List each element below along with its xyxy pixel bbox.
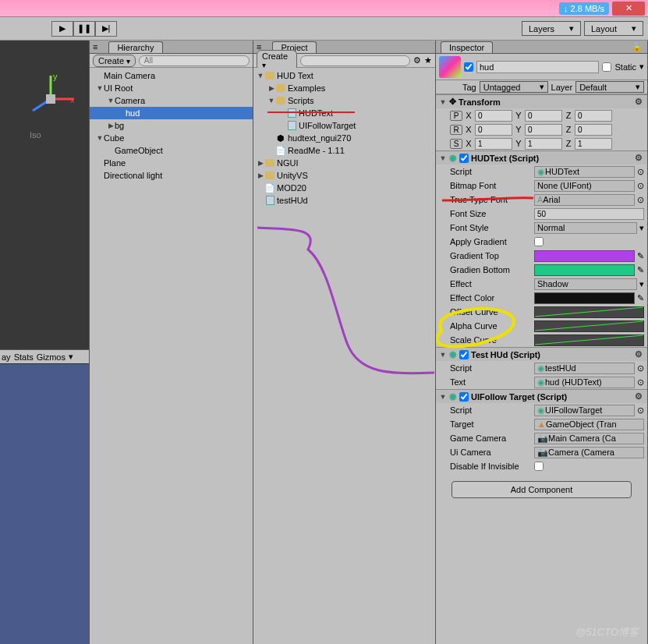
object-picker-icon[interactable]: ⊙ (637, 363, 644, 373)
layer-dropdown[interactable]: Default▾ (575, 81, 644, 93)
pause-button[interactable]: ❚❚ (73, 21, 95, 37)
pos-x[interactable] (475, 110, 512, 122)
hierarchy-tree[interactable]: Main Camera▼UI Root▼Camerahud▶bg▼CubeGam… (90, 68, 253, 644)
play-button[interactable]: ▶ (51, 21, 73, 37)
inspector-tab[interactable]: Inspector (441, 41, 493, 53)
enabled-checkbox[interactable] (459, 350, 469, 359)
rot-y[interactable] (525, 124, 562, 136)
project-item[interactable]: UIFollowTarget (253, 119, 435, 132)
project-item[interactable]: ▼Scripts (253, 94, 435, 107)
script-field[interactable]: ◉testHUd (534, 363, 635, 374)
enabled-checkbox[interactable] (459, 154, 469, 163)
effect-dropdown[interactable]: Shadow (534, 278, 637, 290)
project-item[interactable]: testHUd (253, 194, 435, 207)
foldout-icon[interactable]: ▼ (439, 351, 447, 359)
pos-y[interactable] (525, 110, 562, 122)
project-item[interactable]: HUDText (253, 107, 435, 119)
apply-gradient-checkbox[interactable] (534, 237, 544, 246)
rot-z[interactable] (575, 124, 612, 136)
object-picker-icon[interactable]: ⊙ (637, 167, 644, 177)
gameobject-name-field[interactable] (476, 61, 599, 73)
project-item[interactable]: ▶UnityVS (253, 169, 435, 182)
rotation-button[interactable]: R (450, 125, 462, 135)
active-checkbox[interactable] (464, 62, 473, 72)
script-field[interactable]: ◉HUDText (534, 166, 635, 178)
script-field[interactable]: ◉UIFollowTarget (534, 405, 635, 416)
font-style-dropdown[interactable]: Normal (534, 222, 637, 234)
project-item[interactable]: ⬢hudtext_ngui270 (253, 132, 435, 144)
project-item[interactable]: ▼HUD Text (253, 69, 435, 82)
position-button[interactable]: P (450, 111, 462, 121)
foldout-icon[interactable]: ▼ (439, 393, 447, 401)
hierarchy-item[interactable]: ▶bg (90, 119, 253, 132)
project-search[interactable] (300, 55, 410, 66)
font-size-field[interactable]: 50 (534, 208, 644, 220)
ui-camera-field[interactable]: 📷Camera (Camera (534, 447, 644, 458)
hierarchy-item[interactable]: ▼Camera (90, 94, 253, 107)
scale-curve[interactable] (534, 334, 644, 346)
scale-button[interactable]: S (450, 139, 462, 149)
hierarchy-item[interactable]: ▼Cube (90, 132, 253, 144)
hierarchy-item[interactable]: hud (90, 107, 253, 119)
eyedropper-icon[interactable]: ✎ (637, 251, 644, 261)
foldout-icon[interactable]: ▼ (439, 154, 447, 162)
tag-dropdown[interactable]: Untagged▾ (480, 81, 548, 93)
object-picker-icon[interactable]: ⊙ (637, 181, 644, 191)
gameobject-icon[interactable] (439, 56, 461, 78)
hierarchy-item[interactable]: Plane (90, 157, 253, 169)
gradient-top-color[interactable] (534, 250, 635, 262)
hierarchy-tab[interactable]: Hierarchy (108, 41, 162, 53)
add-component-button[interactable]: Add Component (451, 481, 632, 498)
layout-dropdown[interactable]: Layout▾ (584, 21, 643, 36)
gear-icon[interactable]: ⚙ (633, 391, 644, 402)
ttf-field[interactable]: AArial (534, 194, 635, 206)
enabled-checkbox[interactable] (459, 392, 469, 402)
project-item[interactable]: ▶Examples (253, 82, 435, 94)
object-picker-icon[interactable]: ⊙ (637, 195, 644, 205)
layers-dropdown[interactable]: Layers▾ (522, 21, 581, 36)
tab-stats[interactable]: Stats (14, 352, 34, 362)
hierarchy-item[interactable]: ▼UI Root (90, 82, 253, 94)
hierarchy-item[interactable]: Main Camera (90, 69, 253, 82)
star-icon[interactable]: ★ (424, 55, 432, 65)
hierarchy-item[interactable]: GameObject (90, 144, 253, 157)
lock-icon[interactable]: 🔒 (632, 42, 643, 52)
eyedropper-icon[interactable]: ✎ (637, 293, 644, 303)
gear-icon[interactable]: ⚙ (633, 349, 644, 359)
project-tree[interactable]: ▼HUD Text▶Examples▼ScriptsHUDTextUIFollo… (253, 68, 435, 644)
scene-view[interactable]: y x Iso ay Stats Gizmos▾ (0, 41, 89, 644)
bitmap-font-field[interactable]: None (UIFont) (534, 180, 635, 192)
foldout-icon[interactable]: ▼ (439, 98, 447, 106)
offset-curve[interactable] (534, 306, 644, 318)
gradient-bottom-color[interactable] (534, 264, 635, 276)
target-field[interactable]: ▲GameObject (Tran (534, 419, 644, 430)
effect-color[interactable] (534, 292, 635, 304)
scl-z[interactable] (575, 138, 612, 150)
gear-icon[interactable]: ⚙ (633, 153, 644, 163)
eyedropper-icon[interactable]: ✎ (637, 265, 644, 275)
orientation-gizmo[interactable]: y x (23, 72, 78, 126)
project-item[interactable]: 📄MOD20 (253, 182, 435, 194)
project-item[interactable]: ▶NGUI (253, 157, 435, 169)
disable-invisible-checkbox[interactable] (534, 462, 544, 471)
create-button[interactable]: Create ▾ (93, 55, 136, 67)
tab-gizmos[interactable]: Gizmos (37, 352, 66, 362)
game-view[interactable] (0, 363, 89, 644)
object-picker-icon[interactable]: ⊙ (637, 405, 644, 416)
panel-options-icon[interactable]: ≡ (93, 42, 97, 51)
alpha-curve[interactable] (534, 320, 644, 332)
step-button[interactable]: ▶| (95, 21, 117, 37)
chevron-down-icon[interactable]: ▾ (639, 62, 644, 72)
hierarchy-item[interactable]: Directional light (90, 169, 253, 182)
text-field[interactable]: ◉hud (HUDText) (534, 377, 635, 388)
project-item[interactable]: 📄ReadMe - 1.11 (253, 144, 435, 157)
rot-x[interactable] (475, 124, 512, 136)
object-picker-icon[interactable]: ⊙ (637, 377, 644, 387)
scl-x[interactable] (475, 138, 512, 150)
static-checkbox[interactable] (602, 62, 611, 72)
close-button[interactable]: ✕ (612, 2, 645, 16)
gear-icon[interactable]: ⚙ (633, 97, 644, 107)
scl-y[interactable] (525, 138, 562, 150)
pos-z[interactable] (575, 110, 612, 122)
game-camera-field[interactable]: 📷Main Camera (Ca (534, 433, 644, 444)
